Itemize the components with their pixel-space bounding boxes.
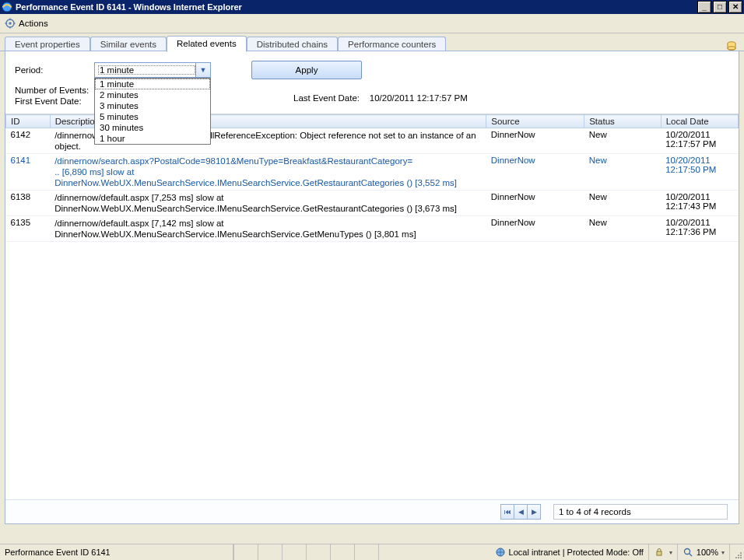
tab-similar-events[interactable]: Similar events [90, 37, 167, 52]
cell-status: New [584, 191, 661, 216]
cell-id: 6138 [6, 191, 51, 216]
tab-label: Performance counters [348, 40, 436, 49]
cell-local-date: 10/20/201112:17:50 PM [661, 154, 738, 191]
ie-statusbar: Performance Event ID 6141 Local intranet… [0, 544, 744, 560]
resize-grip-icon[interactable] [730, 544, 744, 560]
status-zone: Local intranet | Protected Mode: Off [509, 548, 644, 557]
globe-icon [495, 547, 506, 558]
svg-rect-10 [657, 551, 662, 555]
cell-local-date: 10/20/201112:17:43 PM [661, 191, 738, 216]
gear-icon [5, 18, 16, 29]
col-header-date[interactable]: Local Date [661, 115, 738, 128]
period-option[interactable]: 5 minutes [95, 111, 210, 122]
table-row[interactable]: 6141/dinnernow/search.aspx?PostalCode=98… [6, 154, 739, 191]
last-event-date-value: 10/20/2011 12:17:57 PM [370, 93, 468, 103]
period-option[interactable]: 30 minutes [95, 122, 210, 133]
cell-source: DinnerNow [486, 128, 584, 154]
tab-label: Similar events [100, 40, 156, 49]
close-button[interactable]: ✕ [728, 1, 742, 13]
cell-id: 6142 [6, 128, 51, 154]
zoom-icon [683, 547, 693, 558]
apply-label: Apply [296, 65, 318, 75]
svg-point-2 [9, 22, 12, 25]
tab-related-events[interactable]: Related events [167, 36, 247, 52]
col-header-status[interactable]: Status [584, 115, 661, 128]
cell-id: 6141 [6, 154, 51, 191]
col-header-id[interactable]: ID [6, 115, 51, 128]
pager-first-button[interactable]: ⏮ [500, 504, 514, 520]
status-dropdown-icon[interactable]: ▾ [669, 549, 672, 556]
period-selected: 1 minute [98, 65, 195, 75]
tab-performance-counters[interactable]: Performance counters [338, 37, 446, 52]
svg-point-14 [738, 555, 739, 556]
maximize-button[interactable]: □ [713, 1, 727, 13]
status-zoom-dropdown-icon[interactable]: ▾ [721, 549, 725, 556]
svg-point-13 [740, 552, 742, 554]
period-label: Period: [15, 65, 85, 75]
window-title: Performance Event ID 6141 - Windows Inte… [16, 2, 696, 12]
tab-label: Distributed chains [257, 40, 328, 49]
first-event-date-label: First Event Date: [15, 96, 89, 106]
cell-description: /dinnernow/search.aspx?PostalCode=98101&… [50, 154, 486, 191]
period-option[interactable]: 3 minutes [95, 100, 210, 111]
svg-point-16 [735, 557, 737, 558]
cell-local-date: 10/20/201112:17:57 PM [661, 128, 738, 154]
period-combobox[interactable]: 1 minute ▼ 1 minute 2 minutes 3 minutes … [94, 62, 211, 78]
pager-summary: 1 to 4 of 4 records [553, 504, 728, 520]
content-panel: Period: 1 minute ▼ 1 minute 2 minutes 3 … [5, 51, 739, 524]
pager: ⏮ ◀ ▶ 1 to 4 of 4 records [5, 499, 739, 523]
cell-description: /dinnernow/default.aspx [7,142 ms] slow … [50, 216, 486, 242]
tab-distributed-chains[interactable]: Distributed chains [247, 37, 338, 52]
last-event-date-label: Last Event Date: [293, 93, 360, 103]
cell-local-date: 10/20/201112:17:36 PM [661, 216, 738, 242]
cell-description: /dinnernow/default.aspx [7,253 ms] slow … [50, 191, 486, 216]
period-option[interactable]: 1 hour [95, 133, 210, 144]
status-zoom[interactable]: 100% [697, 548, 718, 557]
chevron-down-icon[interactable]: ▼ [195, 63, 210, 77]
table-row[interactable]: 6135/dinnernow/default.aspx [7,142 ms] s… [6, 216, 739, 242]
period-option[interactable]: 1 minute [95, 79, 210, 89]
svg-point-15 [740, 555, 742, 556]
tab-event-properties[interactable]: Event properties [5, 37, 90, 52]
cell-status: New [584, 154, 661, 191]
actions-label[interactable]: Actions [19, 19, 48, 28]
svg-point-17 [738, 557, 739, 558]
statusbar-spacers [233, 544, 402, 560]
filter-row: Period: 1 minute ▼ 1 minute 2 minutes 3 … [5, 51, 739, 82]
col-header-source[interactable]: Source [486, 115, 584, 128]
cell-status: New [584, 128, 661, 154]
status-page-title: Performance Event ID 6141 [5, 548, 111, 557]
cell-source: DinnerNow [486, 216, 584, 242]
number-of-events-label: Number of Events: [15, 86, 89, 95]
apply-button[interactable]: Apply [251, 61, 362, 79]
tab-label: Related events [177, 39, 237, 48]
window-titlebar: Performance Event ID 6141 - Windows Inte… [0, 0, 744, 14]
ie-icon [2, 2, 12, 12]
pager-prev-button[interactable]: ◀ [514, 504, 528, 520]
cell-status: New [584, 216, 661, 242]
svg-point-18 [740, 557, 742, 558]
period-dropdown: 1 minute 2 minutes 3 minutes 5 minutes 3… [94, 78, 211, 145]
lock-icon [654, 547, 665, 558]
actions-toolbar: Actions [0, 14, 744, 33]
svg-line-12 [689, 554, 692, 557]
pager-next-button[interactable]: ▶ [527, 504, 541, 520]
table-row[interactable]: 6138/dinnernow/default.aspx [7,253 ms] s… [6, 191, 739, 216]
minimize-button[interactable]: _ [697, 1, 711, 13]
cell-source: DinnerNow [486, 191, 584, 216]
cell-source: DinnerNow [486, 154, 584, 191]
pager-summary-text: 1 to 4 of 4 records [559, 507, 631, 516]
tabstrip: Event properties Similar events Related … [0, 33, 744, 51]
svg-point-11 [684, 549, 690, 555]
tab-label: Event properties [15, 40, 80, 49]
cell-id: 6135 [6, 216, 51, 242]
period-option[interactable]: 2 minutes [95, 89, 210, 100]
